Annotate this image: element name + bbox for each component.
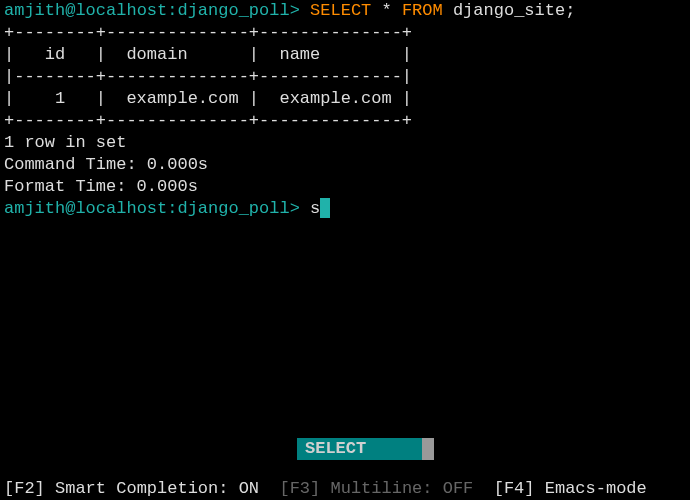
prompt-db: django_poll — [177, 1, 289, 20]
status-f4-key[interactable]: [F4] — [494, 479, 535, 498]
prompt-at: @ — [65, 199, 75, 218]
status-f2-value: ON — [239, 479, 259, 498]
status-f2-label: Smart Completion: — [45, 479, 239, 498]
table-border-bot: +--------+--------------+--------------+ — [4, 110, 686, 132]
sql-star: * — [371, 1, 402, 20]
prompt-user: amjith — [4, 199, 65, 218]
status-f2-key[interactable]: [F2] — [4, 479, 45, 498]
command-time: Command Time: 0.000s — [4, 154, 686, 176]
cursor — [320, 198, 330, 218]
prompt-colon: : — [167, 1, 177, 20]
prompt-user: amjith — [4, 1, 65, 20]
table-border-top: +--------+--------------+--------------+ — [4, 22, 686, 44]
status-f3-label: Multiline: — [320, 479, 442, 498]
table-row: | 1 | example.com | example.com | — [4, 88, 686, 110]
sql-table-name: django_site; — [443, 1, 576, 20]
query-line: amjith@localhost:django_poll> SELECT * F… — [4, 0, 686, 22]
status-f4-label: Emacs-mode — [535, 479, 647, 498]
table-header: | id | domain | name | — [4, 44, 686, 66]
typed-input: s — [310, 199, 320, 218]
table-border-mid: |--------+--------------+--------------| — [4, 66, 686, 88]
prompt-db: django_poll — [177, 199, 289, 218]
status-f3-key[interactable]: [F3] — [279, 479, 320, 498]
prompt-colon: : — [167, 199, 177, 218]
status-bar: [F2] Smart Completion: ON [F3] Multiline… — [0, 478, 690, 500]
prompt-gt: > — [290, 199, 310, 218]
input-line[interactable]: amjith@localhost:django_poll> s — [4, 198, 686, 220]
status-f3-value: OFF — [443, 479, 474, 498]
terminal-output: amjith@localhost:django_poll> SELECT * F… — [0, 0, 690, 220]
prompt-at: @ — [65, 1, 75, 20]
format-time: Format Time: 0.000s — [4, 176, 686, 198]
result-rows: 1 row in set — [4, 132, 686, 154]
prompt-host: localhost — [75, 199, 167, 218]
prompt-gt: > — [290, 1, 310, 20]
prompt-host: localhost — [75, 1, 167, 20]
sql-keyword-select: SELECT — [310, 1, 371, 20]
completion-item[interactable]: SELECT — [297, 438, 422, 460]
sql-keyword-from: FROM — [402, 1, 443, 20]
status-gap — [0, 460, 690, 478]
